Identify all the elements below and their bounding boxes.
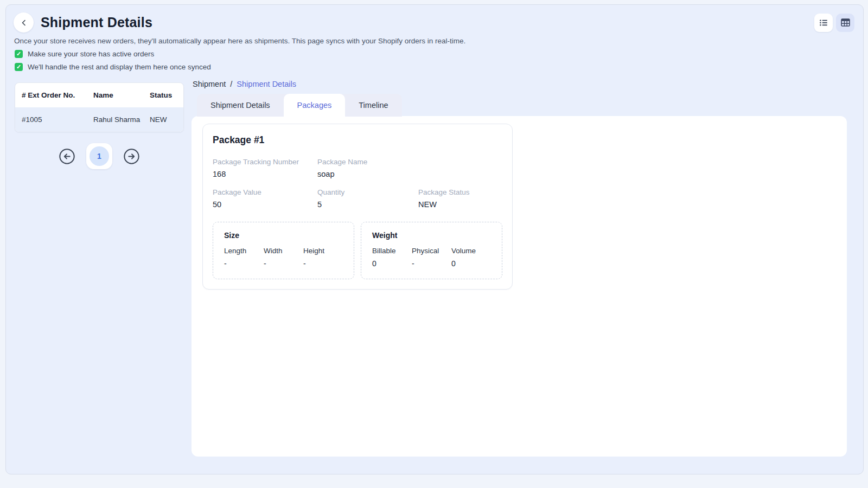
field-value: 0 (451, 259, 491, 268)
pagination: 1 (15, 143, 184, 169)
field-value: 0 (372, 259, 412, 268)
checklist-item-text: We'll handle the rest and display them h… (28, 63, 211, 71)
page-number-button[interactable]: 1 (90, 146, 109, 166)
width-field: Width - (264, 247, 303, 268)
field-value: - (303, 259, 343, 268)
quantity-field: Quantity 5 (317, 184, 418, 214)
column-header-status: Status (143, 83, 178, 107)
field-label: Physical (412, 247, 451, 255)
package-card: Package #1 Package Tracking Number 168 P… (202, 124, 513, 290)
field-label: Package Name (317, 158, 415, 166)
checklist-item: ✓ We'll handle the rest and display them… (15, 63, 854, 71)
length-field: Length - (224, 247, 264, 268)
page-number-pill: 1 (86, 143, 112, 169)
orders-table: # Ext Order No. Name Status #1005 Rahul … (15, 82, 184, 132)
back-button[interactable] (14, 12, 34, 33)
arrow-left-circle-icon (59, 148, 75, 165)
page-subtitle: Once your store receives new orders, the… (14, 37, 854, 45)
next-page-button[interactable] (123, 148, 140, 165)
package-card-title: Package #1 (213, 134, 502, 146)
chevron-left-icon (19, 18, 29, 28)
field-value: - (224, 259, 264, 268)
tab-timeline[interactable]: Timeline (345, 94, 401, 117)
breadcrumb-separator: / (230, 80, 232, 88)
list-view-icon (819, 18, 828, 28)
package-value-field: Package Value 50 (213, 184, 317, 214)
check-icon: ✓ (15, 50, 23, 58)
weight-box-title: Weight (372, 231, 491, 240)
physical-weight-field: Physical - (412, 247, 451, 268)
field-value: - (412, 259, 451, 268)
check-icon: ✓ (15, 63, 23, 71)
tab-shipment-details[interactable]: Shipment Details (197, 94, 284, 117)
orders-panel: # Ext Order No. Name Status #1005 Rahul … (15, 79, 184, 169)
weight-box: Weight Billable 0 Physical - (361, 222, 502, 279)
order-status: NEW (143, 107, 178, 132)
field-value: - (264, 259, 303, 268)
field-label: Package Value (213, 188, 314, 196)
field-label: Quantity (317, 188, 415, 196)
table-view-button[interactable] (836, 14, 854, 32)
list-view-button[interactable] (814, 14, 833, 32)
shipment-details-page: Shipment Details (5, 4, 864, 474)
billable-weight-field: Billable 0 (372, 247, 412, 268)
field-label: Billable (372, 247, 412, 255)
details-panel: Shipment / Shipment Details Shipment Det… (192, 79, 847, 457)
checklist-item-text: Make sure your store has active orders (28, 50, 154, 58)
size-box-title: Size (224, 231, 343, 240)
order-name: Rahul Sharma (87, 107, 143, 132)
package-name-field: Package Name soap (317, 153, 418, 184)
field-label: Volume (451, 247, 491, 255)
order-ext-order-no: #1005 (15, 107, 87, 132)
field-value: 50 (213, 200, 314, 209)
tab-packages[interactable]: Packages (284, 94, 346, 117)
package-status-field: Package Status NEW (418, 184, 502, 214)
field-value: 5 (317, 200, 415, 209)
column-header-ext-order-no: # Ext Order No. (15, 83, 87, 107)
field-label: Package Tracking Number (213, 158, 314, 166)
field-value: soap (317, 170, 415, 178)
page-header: Shipment Details (6, 5, 863, 71)
column-header-name: Name (87, 83, 143, 107)
field-label: Length (224, 247, 264, 255)
view-toggle (814, 14, 854, 32)
field-label: Height (303, 247, 343, 255)
field-label: Width (264, 247, 303, 255)
arrow-right-circle-icon (123, 148, 140, 165)
field-value: NEW (418, 200, 499, 209)
volume-field: Volume 0 (451, 247, 491, 268)
detail-tabs: Shipment Details Packages Timeline (197, 94, 402, 117)
orders-table-header: # Ext Order No. Name Status (15, 83, 183, 107)
breadcrumb-shipment-details-link[interactable]: Shipment Details (237, 80, 296, 88)
height-field: Height - (303, 247, 343, 268)
checklist-item: ✓ Make sure your store has active orders (15, 50, 854, 58)
field-label: Package Status (418, 188, 499, 196)
packages-tab-panel: Package #1 Package Tracking Number 168 P… (192, 116, 847, 457)
table-view-icon (840, 17, 851, 28)
breadcrumb-shipment-link[interactable]: Shipment (193, 80, 226, 88)
package-tracking-number-field: Package Tracking Number 168 (213, 153, 317, 184)
page-title: Shipment Details (41, 15, 152, 30)
breadcrumb: Shipment / Shipment Details (192, 79, 847, 94)
size-box: Size Length - Width - (213, 222, 354, 279)
field-value: 168 (213, 170, 314, 178)
order-row[interactable]: #1005 Rahul Sharma NEW (15, 107, 183, 132)
previous-page-button[interactable] (59, 148, 75, 165)
